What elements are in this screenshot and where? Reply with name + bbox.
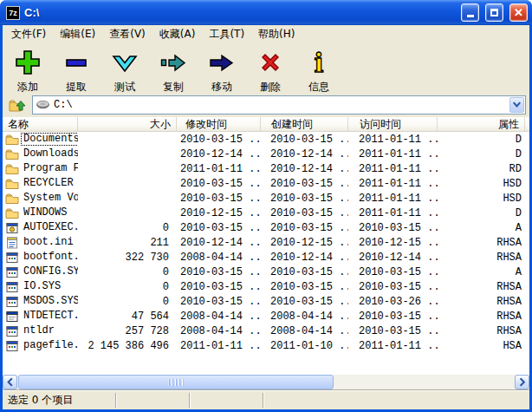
file-attributes: HSD [438, 191, 525, 206]
file-name: Program F... [21, 162, 78, 175]
sys-file-icon [5, 265, 19, 279]
file-accessed: 2010-03-15 ... [348, 309, 438, 324]
column-header-size[interactable]: 大小 [78, 117, 177, 131]
table-row[interactable]: pagefile.sys 2 145 386 496 2011-01-11 ..… [3, 338, 529, 353]
file-name: AUTOEXEC.BAT [21, 221, 78, 234]
parent-folder-button[interactable] [7, 95, 28, 115]
menu-item-favorites[interactable]: 收藏(A) [152, 25, 203, 43]
file-size [78, 161, 177, 176]
table-row[interactable]: RECYCLER 2010-03-15 ... 2010-03-15 ... 2… [3, 176, 529, 191]
maximize-icon [490, 9, 498, 16]
table-row[interactable]: AUTOEXEC.BAT 0 2010-03-15 ... 2010-03-15… [3, 220, 529, 235]
file-size [78, 206, 177, 220]
table-row[interactable]: Documents... 2010-03-15 ... 2010-03-15 .… [3, 132, 529, 147]
table-row[interactable]: Program F... 2011-01-11 ... 2010-12-14 .… [3, 161, 529, 176]
menu-item-file[interactable]: 文件(F) [4, 25, 53, 43]
sys-file-icon [5, 295, 19, 309]
table-row[interactable]: bootfont.bin 322 730 2008-04-14 ... 2010… [3, 250, 529, 265]
close-button[interactable]: ✕ [509, 3, 528, 22]
test-button[interactable]: 测试 [101, 46, 149, 95]
file-modified: 2010-03-15 ... [177, 132, 261, 147]
file-size: 47 564 [78, 309, 177, 324]
move-button[interactable]: 移动 [198, 46, 246, 95]
ini-file-icon [5, 236, 19, 250]
file-name: IO.SYS [21, 280, 63, 293]
file-modified: 2010-12-15 ... [177, 206, 261, 220]
extract-button[interactable]: 提取 [52, 46, 101, 95]
file-modified: 2010-03-15 ... [177, 191, 261, 206]
table-row[interactable]: System Vo... 2010-03-15 ... 2010-03-15 .… [3, 191, 529, 206]
table-row[interactable]: MSDOS.SYS 0 2010-03-15 ... 2010-03-15 ..… [3, 294, 529, 309]
add-plus-icon [14, 49, 42, 79]
com-file-icon [5, 310, 19, 324]
menu-item-tools[interactable]: 工具(T) [202, 25, 251, 43]
address-value: C:\ [54, 99, 73, 111]
window-title: C:\ [24, 6, 455, 19]
file-created: 2010-03-15 ... [261, 294, 348, 309]
file-accessed: 2010-12-15 ... [348, 235, 438, 250]
table-row[interactable]: IO.SYS 0 2010-03-15 ... 2010-03-15 ... 2… [3, 279, 529, 294]
file-created: 2010-12-14 ... [261, 147, 348, 161]
table-row[interactable]: ntldr 257 728 2008-04-14 ... 2008-04-14 … [3, 324, 529, 338]
file-size: 257 728 [78, 324, 177, 338]
column-header-modified[interactable]: 修改时间 [177, 117, 261, 131]
sys-file-icon [5, 339, 19, 353]
menu-bar: 文件(F)编辑(E)查看(V)收藏(A)工具(T)帮助(H) [3, 25, 529, 43]
file-name: WINDOWS [21, 206, 69, 219]
file-created: 2010-12-14 ... [261, 250, 348, 265]
minimize-button[interactable] [461, 3, 479, 22]
svg-text:i: i [314, 49, 323, 76]
table-row[interactable]: CONFIG.SYS 0 2010-03-15 ... 2010-03-15 .… [3, 265, 529, 279]
table-row[interactable]: NTDETECT.COM 47 564 2008-04-14 ... 2008-… [3, 309, 529, 324]
file-attributes: HSD [438, 176, 525, 191]
file-attributes: RHSA [438, 235, 525, 250]
file-size: 0 [78, 279, 177, 294]
table-row[interactable]: boot.ini 211 2010-12-14 ... 2010-12-15 .… [3, 235, 529, 250]
file-attributes: D [438, 206, 525, 220]
menu-item-view[interactable]: 查看(V) [102, 25, 152, 43]
info-i-icon: i [305, 49, 333, 79]
file-size [78, 191, 177, 206]
copy-button[interactable]: 复制 [149, 46, 198, 95]
scrollbar-thumb[interactable] [18, 375, 334, 389]
file-attributes: RHSA [438, 279, 525, 294]
file-modified: 2010-03-15 ... [177, 176, 261, 191]
file-accessed: 2010-03-26 ... [348, 294, 438, 309]
folder-file-icon [5, 147, 19, 161]
delete-button[interactable]: 删除 [246, 46, 295, 95]
add-button[interactable]: 添加 [3, 46, 52, 95]
file-attributes: D [438, 147, 525, 161]
file-size [78, 147, 177, 161]
table-row[interactable]: WINDOWS 2010-12-15 ... 2010-03-15 ... 20… [3, 206, 529, 220]
copy-arrow-icon [159, 49, 187, 79]
menu-item-help[interactable]: 帮助(H) [251, 25, 302, 43]
menu-item-edit[interactable]: 编辑(E) [53, 25, 102, 43]
file-size: 0 [78, 220, 177, 235]
column-header-created[interactable]: 创建时间 [261, 117, 348, 131]
file-attributes: RD [438, 161, 525, 176]
address-dropdown-button[interactable] [509, 97, 524, 113]
title-bar[interactable]: 7z C:\ ✕ [0, 0, 532, 25]
file-accessed: 2011-01-11 ... [348, 191, 438, 206]
file-created: 2008-04-14 ... [261, 324, 348, 338]
file-modified: 2010-12-14 ... [177, 147, 261, 161]
maximize-button[interactable] [485, 3, 503, 22]
scroll-right-button[interactable] [515, 375, 529, 389]
status-selection: 选定 0 个项目 [3, 393, 116, 408]
scroll-left-button[interactable] [3, 375, 17, 389]
app-window: 7z C:\ ✕ 文件(F)编辑(E)查看(V)收藏(A)工具(T)帮助(H) … [0, 0, 532, 412]
address-combobox[interactable]: C:\ [32, 95, 526, 114]
file-modified: 2008-04-14 ... [177, 250, 261, 265]
minimize-icon [467, 15, 474, 17]
column-header-name[interactable]: 名称 [3, 117, 78, 131]
file-attributes: A [438, 265, 525, 279]
file-name: bootfont.bin [21, 251, 78, 264]
file-accessed: 2010-03-15 ... [348, 279, 438, 294]
horizontal-scrollbar[interactable] [3, 375, 529, 389]
file-created: 2010-03-15 ... [261, 279, 348, 294]
column-header-attr[interactable]: 属性 [438, 117, 525, 131]
info-button[interactable]: i 信息 [295, 46, 343, 95]
column-header-accessed[interactable]: 访问时间 [348, 117, 438, 131]
table-row[interactable]: Downloads 2010-12-14 ... 2010-12-14 ... … [3, 147, 529, 161]
file-accessed: 2011-01-11 ... [348, 338, 438, 353]
